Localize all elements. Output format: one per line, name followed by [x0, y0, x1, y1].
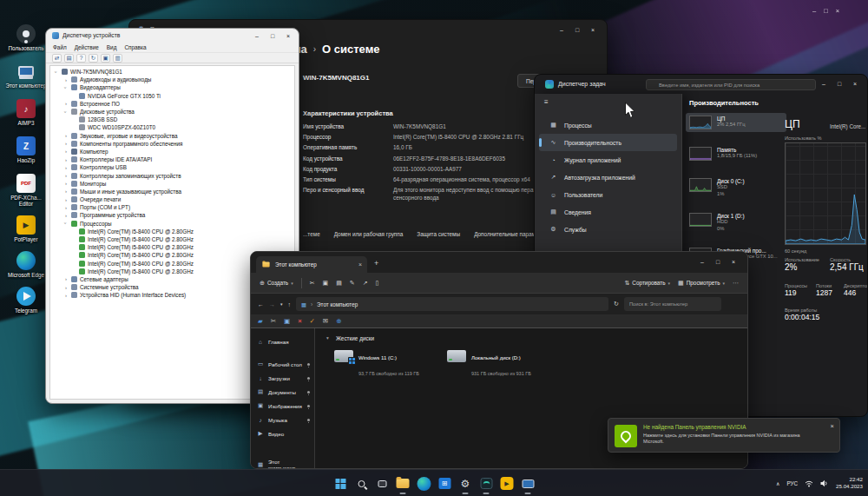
tree-item[interactable]: WDC WD10SPZX-60Z10T0 [52, 123, 294, 131]
maximize-icon[interactable]: □ [711, 256, 725, 267]
nav-performance[interactable]: ∿Производительность [539, 134, 677, 151]
tree-item[interactable]: ›Программные устройства [52, 211, 294, 219]
chevron-icon[interactable]: › [63, 213, 69, 218]
properties-icon[interactable]: ▣ [101, 54, 110, 63]
nav-processes[interactable]: ▦Процессы [539, 116, 677, 134]
close-icon[interactable]: × [836, 7, 839, 15]
refresh-icon[interactable]: ↻ [89, 54, 98, 63]
taskbar-task-view-button[interactable] [372, 473, 392, 493]
taskbar-file-explorer-button[interactable] [393, 473, 413, 493]
chevron-icon[interactable]: › [54, 69, 59, 75]
minimize-icon[interactable]: – [250, 30, 264, 41]
tree-item[interactable]: ›Мониторы [52, 180, 294, 188]
tree-item[interactable]: ›Аудиовходы и аудиовыходы [52, 76, 294, 83]
chevron-icon[interactable]: › [63, 276, 69, 281]
tree-item[interactable]: ›WIN-7K5MVNQ81G1 [52, 68, 294, 76]
perf-item-disk0[interactable]: Диск 0 (C:)SSD1% [686, 175, 786, 200]
desktop-icon-pdf-xchange[interactable]: PDF PDF-XCha... Editor [5, 174, 47, 207]
taskbar-edge-button[interactable] [414, 473, 434, 493]
tree-item[interactable]: ›Контроллеры IDE ATA/ATAPI [52, 155, 294, 163]
minimize-icon[interactable]: – [817, 78, 831, 89]
sidebar-item-this-pc[interactable]: ▦Этот компьютер [251, 458, 314, 469]
nav-startup-apps[interactable]: ↗Автозагрузка приложений [539, 169, 677, 186]
perf-item-memory[interactable]: Память1,8/15,9 ГБ (11%) [686, 144, 786, 163]
sort-button[interactable]: ⇅Сортировать▾ [624, 280, 670, 287]
language-indicator[interactable]: РУС [786, 480, 798, 486]
tree-item[interactable]: ›Порты (COM и LPT) [52, 203, 294, 211]
perf-item-disk1[interactable]: Диск 1 (D:)HDD0% [686, 210, 786, 235]
maximize-icon[interactable]: □ [570, 24, 584, 35]
desktop-icon-edge[interactable]: Microsoft Edge [5, 251, 47, 278]
volume-icon[interactable] [820, 479, 829, 487]
hidden-icons-chevron[interactable]: ∧ [776, 480, 779, 486]
delete-icon[interactable]: ▯ [376, 280, 379, 287]
nvidia-notification[interactable]: Не найдена Панель управления NVIDIA Нажм… [608, 418, 840, 453]
delete-icon[interactable]: × [298, 317, 301, 325]
hamburger-icon[interactable]: ≡ [544, 98, 549, 106]
desktop-icon-aimp3[interactable]: ♪ AIMP3 [5, 99, 47, 126]
related-link-domain[interactable]: Домен или рабочая группа [334, 231, 404, 237]
nav-details[interactable]: ▤Сведения [539, 203, 677, 221]
tree-item[interactable]: ›Мыши и иные указывающие устройства [52, 188, 294, 195]
desktop-icon-haozip[interactable]: Z HaoZip [5, 136, 47, 163]
back-icon[interactable]: ← [258, 301, 264, 308]
share-icon[interactable]: ↗ [363, 280, 368, 287]
sidebar-item-pictures[interactable]: ▣Изображения [251, 399, 314, 413]
document-icon[interactable]: ▤ [64, 54, 74, 63]
new-tab-button[interactable]: + [374, 259, 378, 268]
sidebar-item-downloads[interactable]: ↓Загрузки [251, 371, 314, 385]
rename-icon[interactable]: ✎ [350, 280, 355, 287]
panel-icon[interactable]: ▰ [258, 317, 263, 325]
tab-this-pc[interactable]: Этот компьютер × [256, 256, 367, 273]
group-header[interactable]: Жесткие диски [336, 335, 374, 341]
tree-item[interactable]: ›Дисковые устройства [52, 108, 294, 116]
drive-d[interactable]: Локальный диск (D:) 931 ГБ свободно из 9… [447, 347, 555, 379]
tree-item[interactable]: ›Контроллеры запоминающих устройств [52, 171, 294, 179]
close-tab-icon[interactable]: × [358, 261, 362, 268]
drive-c[interactable]: Windows 11 (C:) 93,7 ГБ свободно из 119 … [334, 347, 442, 379]
breadcrumb-box[interactable]: ▦ › Этот компьютер [296, 297, 608, 311]
cut-icon[interactable]: ✂ [310, 280, 315, 287]
tree-item[interactable]: Intel(R) Core(TM) i5-8400 CPU @ 2.80GHz [52, 235, 294, 243]
chevron-icon[interactable]: › [63, 157, 69, 162]
related-link-protection[interactable]: Защита системы [417, 231, 460, 237]
taskbar-potplayer-button[interactable]: ▶ [497, 473, 517, 493]
tree-item[interactable]: Intel(R) Core(TM) i5-8400 CPU @ 2.80GHz [52, 228, 294, 235]
chevron-icon[interactable]: › [63, 85, 69, 90]
device-specs-section-title[interactable]: Характеристики устройства [303, 109, 393, 117]
chevron-icon[interactable]: › [63, 165, 69, 170]
chevron-icon[interactable]: › [63, 293, 69, 298]
menu-file[interactable]: Файл [53, 44, 67, 50]
desktop-icon-telegram[interactable]: Telegram [5, 287, 47, 314]
perf-item-cpu[interactable]: ЦП2% 2,54 ГГц [686, 113, 786, 132]
chevron-icon[interactable]: › [63, 221, 69, 226]
tree-item[interactable]: ›Очереди печати [52, 195, 294, 203]
menu-help[interactable]: Справка [124, 44, 146, 50]
taskbar-device-manager-button[interactable] [518, 473, 538, 493]
explorer-search-input[interactable] [624, 297, 721, 311]
chevron-icon[interactable]: › [63, 197, 69, 202]
recent-locations-icon[interactable]: ▾ [280, 301, 283, 307]
paste-icon[interactable]: ▤ [336, 280, 342, 287]
tree-item[interactable]: ›Компоненты программного обеспечения [52, 140, 294, 148]
maximize-icon[interactable]: □ [832, 78, 846, 89]
maximize-icon[interactable]: □ [824, 7, 828, 15]
minimize-icon[interactable]: – [695, 256, 709, 267]
view-button[interactable]: ▦Просмотреть▾ [678, 280, 725, 287]
taskbar-task-manager-button[interactable] [477, 473, 496, 493]
taskbar-search-button[interactable] [352, 473, 372, 493]
close-icon[interactable]: × [586, 24, 600, 35]
desktop-icon-user[interactable]: Пользователь [5, 24, 47, 51]
more-options-icon[interactable]: ⋯ [733, 280, 739, 287]
chevron-icon[interactable]: › [63, 109, 69, 115]
web-icon[interactable]: ⊕ [336, 317, 341, 325]
tree-item[interactable]: ›Контроллеры USB [52, 163, 294, 171]
taskbar-start-button[interactable] [331, 473, 351, 493]
tree-item[interactable]: Intel(R) Core(TM) i5-8400 CPU @ 2.80GHz [52, 243, 294, 251]
close-icon[interactable]: × [727, 256, 740, 267]
chevron-icon[interactable]: › [63, 149, 69, 154]
desktop-icon-this-pc[interactable]: Этот компьютер [5, 62, 47, 89]
chevron-icon[interactable]: › [63, 101, 69, 106]
chevron-icon[interactable]: › [63, 141, 69, 146]
sidebar-item-music[interactable]: ♪Музыка [251, 413, 314, 427]
